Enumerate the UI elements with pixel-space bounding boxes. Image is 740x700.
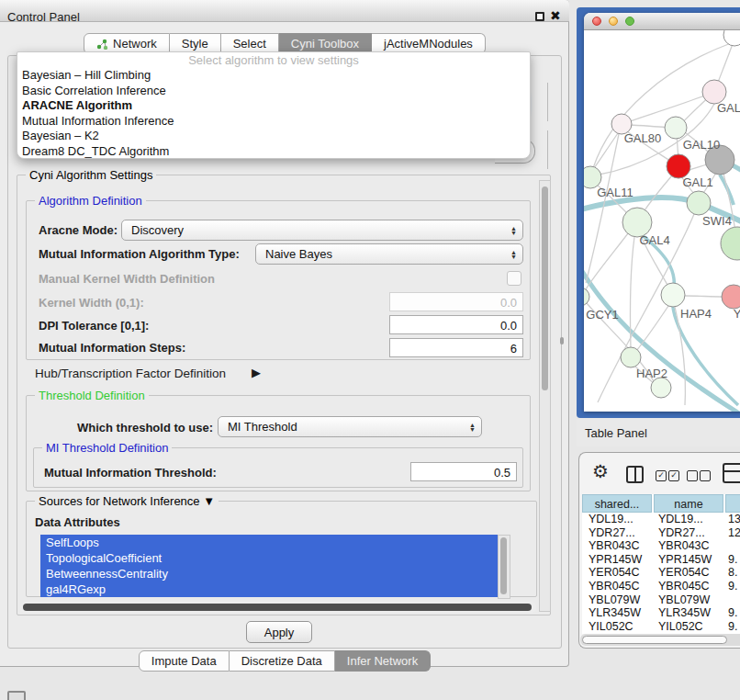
table-cell: YDL19... [582, 513, 652, 526]
table-row[interactable]: YDR27...YDR27...12 [582, 526, 740, 540]
algorithm-option[interactable]: Bayesian – Hill Climbing [17, 68, 530, 84]
control-panel-title: Control Panel [7, 10, 80, 24]
table-row[interactable]: YIL052CYIL052C9. [582, 620, 740, 634]
network-window-titlebar[interactable] [584, 13, 740, 30]
float-window-icon[interactable] [535, 12, 544, 21]
network-canvas[interactable]: GALGAL80GAL10GAL11GAL1SWI4GAL4GCY1HAP4YH… [584, 30, 740, 412]
tab-discretize-data-label: Discretize Data [241, 654, 322, 668]
algorithm-option[interactable]: Dream8 DC_TDC Algorithm [17, 144, 530, 160]
deselect-all-icon[interactable] [687, 470, 698, 481]
control-panel-titlebar [0, 0, 569, 22]
table-row[interactable]: YLR345WYLR345W9. [582, 606, 740, 620]
select-all-icon-2[interactable]: ✓ [668, 470, 679, 481]
node-label: GCY1 [586, 308, 618, 322]
algorithm-option[interactable]: Bayesian – K2 [17, 129, 530, 144]
zoom-traffic-light[interactable] [625, 17, 634, 26]
table-cell: YBR045C [652, 580, 722, 593]
attributes-scrollbar[interactable] [498, 535, 510, 599]
table-cell: YBR043C [652, 539, 722, 553]
network-view-frame: GALGAL80GAL10GAL11GAL1SWI4GAL4GCY1HAP4YH… [577, 7, 740, 418]
table-cell: 13 [722, 513, 740, 526]
column-header-shared-name[interactable]: shared... [582, 494, 652, 513]
table-row[interactable]: YBL079WYBL079W [582, 593, 740, 607]
which-threshold-value: MI Threshold [228, 420, 297, 434]
aracne-mode-combo[interactable]: Discovery ▲▼ [121, 220, 523, 241]
network-node[interactable] [665, 117, 687, 139]
data-attribute-item[interactable]: gal4RGexp [40, 581, 498, 597]
minimized-window-icon[interactable] [7, 691, 26, 700]
tab-style-label: Style [182, 37, 208, 51]
attributes-scrollbar-thumb[interactable] [500, 537, 507, 594]
apply-button[interactable]: Apply [246, 621, 312, 643]
table-cell: YER054C [582, 566, 652, 580]
network-node[interactable] [584, 288, 589, 306]
table-cell: YDL19... [652, 513, 722, 526]
network-node[interactable] [721, 227, 740, 260]
column-header-name[interactable]: name [654, 494, 723, 513]
manual-kernel-checkbox[interactable] [507, 271, 521, 286]
threshold-definition-title: Threshold Definition [35, 389, 149, 402]
table-hscrollbar-thumb[interactable] [582, 636, 727, 644]
table-hscrollbar[interactable] [580, 634, 740, 646]
minimize-traffic-light[interactable] [609, 17, 618, 26]
column-header-partial[interactable] [725, 494, 740, 513]
close-traffic-light[interactable] [592, 17, 601, 26]
network-node[interactable] [687, 191, 711, 215]
algorithm-option[interactable]: ARACNE Algorithm [17, 98, 530, 114]
tab-impute-data[interactable]: Impute Data [139, 650, 230, 672]
data-attribute-item[interactable]: TopologicalCoefficient [40, 550, 498, 566]
network-node[interactable] [661, 283, 685, 307]
algorithm-placeholder: Select algorithm to view settings [17, 53, 530, 68]
network-edge [636, 306, 668, 351]
network-edge [685, 296, 723, 297]
mi-type-combo[interactable]: Naive Bayes ▲▼ [255, 243, 523, 265]
tab-infer-network[interactable]: Infer Network [335, 650, 431, 672]
table-row[interactable]: YBR045CYBR045C9. [582, 580, 740, 593]
node-table: shared... name YDL19...YDL19...13YDR27..… [582, 494, 740, 634]
table-row[interactable]: YPR145WYPR145W9. [582, 553, 740, 567]
kernel-width-label: Kernel Width (0,1): [39, 296, 144, 310]
table-cell: 9. [722, 553, 740, 567]
table-cell: YBL079W [652, 593, 722, 607]
mi-steps-field[interactable]: 6 [389, 338, 523, 357]
kernel-width-field[interactable]: 0.0 [389, 292, 523, 311]
network-edge [643, 175, 672, 213]
network-edge [630, 125, 668, 128]
table-row[interactable]: YBR043CYBR043C [582, 539, 740, 553]
panel-splitter-handle[interactable] [560, 337, 564, 344]
select-all-icon[interactable]: ✓ [656, 470, 667, 481]
which-threshold-combo[interactable]: MI Threshold ▲▼ [218, 416, 482, 437]
tab-jactivemnodules-label: jActiveMNodules [384, 37, 473, 51]
network-node[interactable] [722, 285, 740, 309]
expand-arrow-icon[interactable]: ▶ [252, 366, 261, 379]
table-row[interactable]: YDL19...YDL19...13 [582, 513, 740, 526]
mi-threshold-field[interactable]: 0.5 [410, 462, 517, 481]
deselect-all-icon-2[interactable] [700, 470, 711, 481]
algorithm-option[interactable]: Basic Correlation Inference [17, 84, 530, 99]
settings-group-title: Cyni Algorithm Settings [26, 168, 156, 182]
node-label: GAL4 [639, 233, 669, 247]
tab-discretize-data[interactable]: Discretize Data [230, 650, 335, 672]
network-node[interactable] [621, 347, 641, 367]
inference-group-border [547, 83, 548, 121]
settings-hscrollbar[interactable] [20, 602, 536, 613]
collapse-arrow-icon[interactable]: ▼ [203, 494, 215, 508]
algorithm-options-list: Bayesian – Hill ClimbingBasic Correlatio… [17, 68, 530, 159]
gear-icon[interactable]: ⚙ [592, 462, 609, 480]
network-edge [720, 175, 734, 205]
settings-hscrollbar-thumb[interactable] [23, 604, 532, 611]
mi-threshold-label: Mutual Information Threshold: [44, 466, 217, 480]
settings-scrollbar[interactable] [539, 180, 551, 612]
data-attribute-item[interactable]: BetweennessCentrality [40, 566, 498, 581]
algorithm-option[interactable]: Mutual Information Inference [17, 114, 530, 130]
dpi-tolerance-field[interactable]: 0.0 [389, 315, 523, 334]
settings-scrollbar-thumb[interactable] [542, 186, 548, 390]
table-cell: YDR27... [652, 526, 722, 540]
network-node[interactable] [651, 378, 671, 398]
network-node[interactable] [723, 30, 740, 46]
table-row[interactable]: YER054CYER054C8. [582, 566, 740, 580]
data-attribute-item[interactable]: SelfLoops [40, 535, 498, 550]
close-icon[interactable]: ✖ [550, 8, 561, 23]
table-mode-icon[interactable] [723, 463, 740, 483]
columns-icon[interactable] [626, 466, 644, 483]
